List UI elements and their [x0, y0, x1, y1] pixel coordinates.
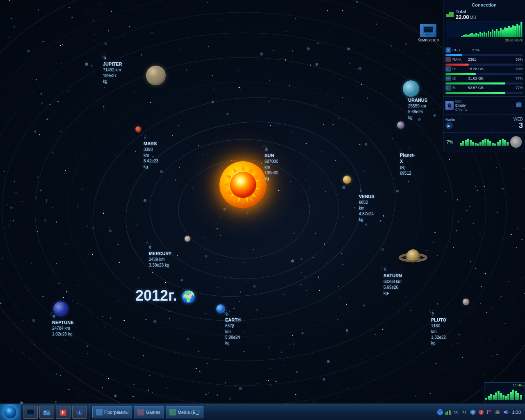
svg-rect-94 — [450, 411, 451, 415]
svg-marker-25 — [256, 187, 261, 191]
net-bar — [518, 25, 520, 37]
mars-planet[interactable] — [135, 126, 141, 132]
computer-label-text: Компьютер — [418, 38, 439, 42]
media-button[interactable]: Media (E_) — [166, 406, 203, 418]
programs-button[interactable]: Программы — [92, 406, 132, 418]
svg-rect-93 — [449, 410, 450, 415]
planet-x-planet[interactable] — [397, 121, 404, 129]
net-bar — [465, 34, 467, 37]
tray-num-50: 50 — [453, 409, 460, 415]
sun-label: ⊙ SUN 697000 km 199e30 kg — [262, 146, 267, 148]
mini-bar — [490, 394, 492, 400]
venus-planet[interactable] — [343, 176, 351, 184]
volume-knob[interactable] — [510, 136, 522, 148]
games-button[interactable]: Games — [134, 406, 164, 418]
taskbar: E Программы Games Media (E_) — [0, 404, 525, 420]
net-speed: 20.65 kB/s — [446, 38, 523, 42]
sun-planet[interactable] — [219, 161, 267, 208]
connection-title: Connection — [446, 2, 523, 7]
svg-rect-44 — [446, 14, 449, 17]
svg-rect-71 — [517, 102, 520, 103]
taskbar-pin-2[interactable] — [39, 406, 54, 419]
games-icon — [137, 409, 144, 415]
uranus-planet[interactable] — [403, 80, 419, 97]
svg-marker-11 — [249, 167, 255, 173]
net-bar — [520, 22, 522, 37]
net-bar — [492, 30, 493, 37]
pluto-planet[interactable] — [463, 299, 469, 305]
svg-rect-81 — [44, 411, 46, 412]
svg-marker-18 — [225, 190, 231, 196]
bin-extra-icon — [515, 100, 523, 110]
net-bar — [508, 26, 510, 37]
svg-marker-27 — [245, 198, 249, 203]
svg-rect-92 — [447, 411, 448, 415]
tray-flag-icon[interactable] — [486, 409, 493, 415]
mercury-planet[interactable] — [185, 236, 190, 242]
taskbar-pinned-icons: E — [21, 404, 90, 420]
tray-security-icon[interactable]: ✓ — [470, 409, 476, 415]
taskbar-pin-1[interactable] — [23, 406, 38, 419]
d-label: D: — [452, 76, 467, 80]
svg-marker-20 — [225, 173, 231, 179]
vol-bar — [504, 140, 506, 146]
bin-icon[interactable]: 🗑 — [445, 101, 454, 110]
planet-x-label: Planet-X (R) 69512 — [398, 151, 402, 153]
svg-marker-24 — [256, 179, 261, 183]
net-bar — [479, 32, 481, 37]
bin-label: Bin: — [455, 99, 468, 103]
tray-ie-icon[interactable] — [437, 409, 443, 415]
e-drive-row: E: 52.57 GB 77% — [445, 85, 523, 91]
radio-row: Radio ▶ WED 3 — [445, 116, 523, 131]
net-bar — [504, 27, 506, 37]
mini-bar — [502, 395, 504, 400]
calendar-display: WED 3 — [514, 117, 523, 130]
d-progress-fill — [445, 82, 505, 84]
svg-rect-58 — [447, 61, 447, 61]
saturn-planet[interactable] — [399, 245, 427, 266]
svg-point-105 — [497, 412, 498, 413]
net-bar — [471, 33, 473, 37]
vol-bar — [472, 142, 474, 146]
taskbar-pin-3[interactable]: E — [56, 406, 71, 419]
start-button[interactable] — [0, 404, 21, 420]
jupiter-label: ♃ JUPITER 71492 km 199e27 kg — [101, 54, 105, 57]
svg-marker-47 — [449, 11, 451, 13]
mars-label: ♂ MARS 3398 km 8.42e23 kg — [142, 134, 146, 136]
svg-rect-46 — [451, 12, 454, 17]
vol-bar — [477, 144, 479, 146]
net-bar — [486, 33, 487, 37]
radio-play-button[interactable]: ▶ — [445, 122, 453, 129]
net-bar — [488, 31, 489, 37]
system-tray: 50 41 ✓ ! — [434, 404, 525, 420]
vol-bar — [482, 140, 484, 146]
svg-text:E: E — [62, 411, 65, 415]
taskbar-pin-4[interactable] — [72, 406, 87, 419]
svg-rect-78 — [28, 415, 32, 416]
net-bar — [463, 35, 465, 37]
svg-rect-59 — [448, 61, 449, 61]
net-bar — [512, 25, 514, 37]
svg-marker-14 — [254, 190, 261, 196]
neptune-planet[interactable] — [53, 301, 68, 316]
computer-widget[interactable]: Компьютер — [418, 24, 439, 42]
cpu-progress-fill — [445, 54, 462, 56]
mini-chart-bars — [484, 388, 525, 400]
total-label: Total — [456, 9, 466, 14]
ram-progress-fill — [445, 64, 469, 66]
vol-bar — [492, 143, 494, 146]
e-drive-icon — [445, 85, 451, 91]
jupiter-planet[interactable] — [146, 66, 166, 85]
svg-marker-10 — [241, 165, 245, 171]
radio-label: Radio — [445, 118, 455, 122]
windows-orb-icon — [4, 406, 16, 418]
tray-volume-icon[interactable] — [502, 409, 509, 415]
tray-device-icon[interactable] — [494, 409, 501, 415]
mini-bar — [500, 393, 502, 400]
net-bar — [498, 31, 500, 37]
c-percent: 39% — [511, 67, 523, 71]
svg-rect-103 — [496, 410, 499, 411]
svg-rect-39 — [424, 27, 433, 32]
tray-network-icon[interactable] — [445, 409, 452, 415]
tray-antivirus-icon[interactable]: ! — [478, 409, 484, 415]
